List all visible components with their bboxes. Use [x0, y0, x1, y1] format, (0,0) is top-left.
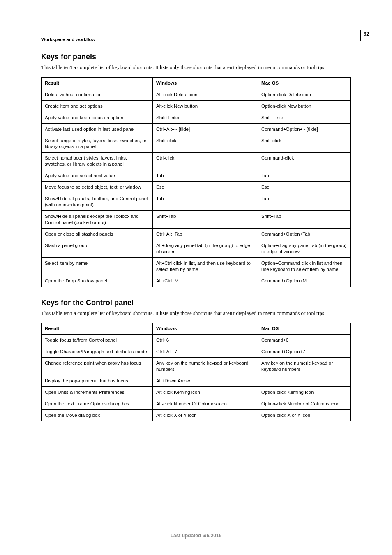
- cell-win: Ctrl+Alt+Tab: [153, 228, 258, 240]
- cell-result: Activate last-used option in last-used p…: [42, 123, 153, 135]
- table-row: Select nonadjacent styles, layers, links…: [42, 153, 351, 170]
- section-title-control-panel: Keys for the Control panel: [41, 298, 351, 307]
- cell-win: Alt-click Number Of Columns icon: [153, 398, 258, 409]
- table-row: Open or close all stashed panelsCtrl+Alt…: [42, 228, 351, 240]
- cell-mac: Command+Option+7: [258, 346, 351, 358]
- cell-result: Create item and set options: [42, 100, 153, 112]
- table-row: Toggle Character/Paragraph text attribut…: [42, 346, 351, 358]
- table-row: Activate last-used option in last-used p…: [42, 123, 351, 135]
- cell-mac: Option-click New button: [258, 100, 351, 112]
- cell-mac: Option-click X or Y icon: [258, 409, 351, 421]
- cell-win: Alt-click Delete icon: [153, 89, 258, 100]
- cell-result: Move focus to selected object, text, or …: [42, 182, 153, 193]
- cell-mac: Option-click Kerning icon: [258, 387, 351, 398]
- cell-mac: [258, 375, 351, 387]
- cell-result: Toggle focus to/from Control panel: [42, 335, 153, 346]
- table-row: Open Units & Increments PreferencesAlt-c…: [42, 387, 351, 398]
- table-row: Select item by nameAlt+Ctrl-click in lis…: [42, 257, 351, 275]
- table-row: Select range of styles, layers, links, s…: [42, 135, 351, 153]
- table-header-row: Result Windows Mac OS: [42, 77, 351, 89]
- cell-result: Apply value and keep focus on option: [42, 112, 153, 123]
- cell-mac: Tab: [258, 170, 351, 182]
- cell-win: Shift-click: [153, 135, 258, 153]
- table-row: Create item and set optionsAlt-click New…: [42, 100, 351, 112]
- table-row: Move focus to selected object, text, or …: [42, 182, 351, 193]
- page-number: 62: [364, 31, 369, 37]
- cell-mac: Option+drag any panel tab (in the group)…: [258, 240, 351, 257]
- cell-result: Apply value and select next value: [42, 170, 153, 182]
- cell-result: Select range of styles, layers, links, s…: [42, 135, 153, 153]
- cell-mac: Shift+Enter: [258, 112, 351, 123]
- table-header-row: Result Windows Mac OS: [42, 323, 351, 335]
- cell-result: Show/Hide all panels except the Toolbox …: [42, 211, 153, 229]
- cell-result: Open Units & Increments Preferences: [42, 387, 153, 398]
- cell-win: Ctrl+Alt+~ [tilde]: [153, 123, 258, 135]
- cell-win: Alt+drag any panel tab (in the group) to…: [153, 240, 258, 257]
- cell-result: Change reference point when proxy has fo…: [42, 358, 153, 375]
- cell-result: Display the pop-up menu that has focus: [42, 375, 153, 387]
- cell-win: Ctrl+Alt+7: [153, 346, 258, 358]
- table-row: Apply value and keep focus on optionShif…: [42, 112, 351, 123]
- cell-win: Alt-click X or Y icon: [153, 409, 258, 421]
- col-header-windows: Windows: [153, 77, 258, 89]
- footer-last-updated: Last updated 6/6/2015: [0, 533, 392, 539]
- cell-mac: Command+6: [258, 335, 351, 346]
- cell-win: Ctrl+6: [153, 335, 258, 346]
- table-row: Change reference point when proxy has fo…: [42, 358, 351, 375]
- cell-result: Open the Move dialog box: [42, 409, 153, 421]
- table-row: Show/Hide all panels, Toolbox, and Contr…: [42, 193, 351, 211]
- cell-result: Select item by name: [42, 257, 153, 275]
- cell-win: Shift+Tab: [153, 211, 258, 229]
- cell-result: Show/Hide all panels, Toolbox, and Contr…: [42, 193, 153, 211]
- table-row: Open the Text Frame Options dialog boxAl…: [42, 398, 351, 409]
- cell-win: Alt-click New button: [153, 100, 258, 112]
- cell-result: Open or close all stashed panels: [42, 228, 153, 240]
- col-header-mac: Mac OS: [258, 77, 351, 89]
- table-keys-for-panels: Result Windows Mac OS Delete without con…: [41, 77, 351, 287]
- cell-mac: Shift+Tab: [258, 211, 351, 229]
- cell-win: Shift+Enter: [153, 112, 258, 123]
- section-intro-panels: This table isn't a complete list of keyb…: [41, 64, 351, 72]
- cell-mac: Option-click Number of Columns icon: [258, 398, 351, 409]
- cell-mac: Esc: [258, 182, 351, 193]
- cell-win: Tab: [153, 193, 258, 211]
- cell-mac: Tab: [258, 193, 351, 211]
- cell-win: Alt+Ctrl+M: [153, 275, 258, 287]
- cell-result: Open the Text Frame Options dialog box: [42, 398, 153, 409]
- cell-mac: Command+Option+~ [tilde]: [258, 123, 351, 135]
- cell-result: Open the Drop Shadow panel: [42, 275, 153, 287]
- cell-win: Alt-click Kerning icon: [153, 387, 258, 398]
- cell-result: Toggle Character/Paragraph text attribut…: [42, 346, 153, 358]
- cell-result: Delete without confirmation: [42, 89, 153, 100]
- table-row: Open the Drop Shadow panelAlt+Ctrl+MComm…: [42, 275, 351, 287]
- cell-win: Esc: [153, 182, 258, 193]
- cell-mac: Shift-click: [258, 135, 351, 153]
- cell-mac: Option-click Delete icon: [258, 89, 351, 100]
- table-row: Show/Hide all panels except the Toolbox …: [42, 211, 351, 229]
- table-row: Display the pop-up menu that has focusAl…: [42, 375, 351, 387]
- cell-result: Select nonadjacent styles, layers, links…: [42, 153, 153, 170]
- section-title-panels: Keys for panels: [41, 53, 351, 61]
- cell-win: Alt+Down Arrow: [153, 375, 258, 387]
- cell-mac: Command-click: [258, 153, 351, 170]
- cell-mac: Any key on the numeric keypad or keyboar…: [258, 358, 351, 375]
- table-row: Apply value and select next valueTabTab: [42, 170, 351, 182]
- table-row: Toggle focus to/from Control panelCtrl+6…: [42, 335, 351, 346]
- col-header-result: Result: [42, 323, 153, 335]
- section-intro-control-panel: This table isn't a complete list of keyb…: [41, 310, 351, 317]
- col-header-windows: Windows: [153, 323, 258, 335]
- breadcrumb: Workspace and workflow: [41, 37, 351, 42]
- table-keys-for-control-panel: Result Windows Mac OS Toggle focus to/fr…: [41, 323, 351, 421]
- table-row: Delete without confirmationAlt-click Del…: [42, 89, 351, 100]
- cell-win: Ctrl-click: [153, 153, 258, 170]
- table-row: Stash a panel groupAlt+drag any panel ta…: [42, 240, 351, 257]
- cell-mac: Option+Command-click in list and then us…: [258, 257, 351, 275]
- col-header-mac: Mac OS: [258, 323, 351, 335]
- cell-result: Stash a panel group: [42, 240, 153, 257]
- cell-mac: Command+Option+M: [258, 275, 351, 287]
- cell-mac: Command+Option+Tab: [258, 228, 351, 240]
- table-row: Open the Move dialog boxAlt-click X or Y…: [42, 409, 351, 421]
- cell-win: Any key on the numeric keypad or keyboar…: [153, 358, 258, 375]
- cell-win: Alt+Ctrl-click in list, and then use key…: [153, 257, 258, 275]
- col-header-result: Result: [42, 77, 153, 89]
